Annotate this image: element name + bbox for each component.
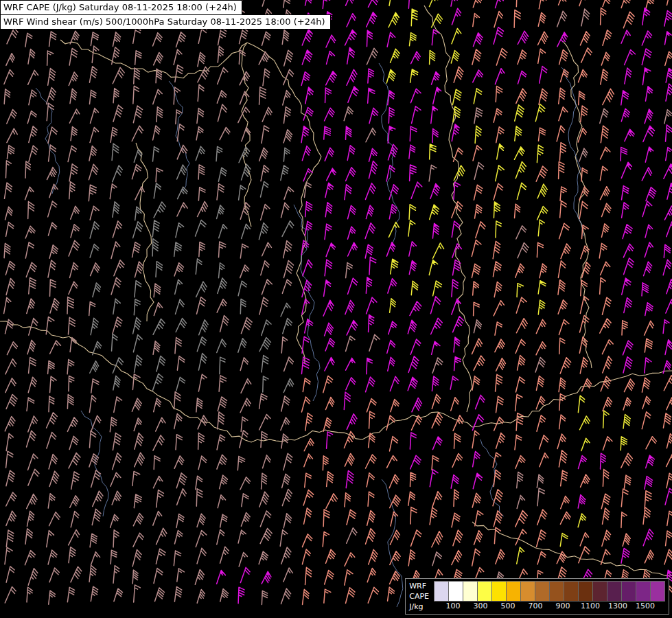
cape-color-cell <box>564 581 579 602</box>
cape-color-cell <box>491 581 507 602</box>
cape-color-cell <box>621 581 636 602</box>
cape-tick-label: 300 <box>467 601 494 611</box>
cape-color-cell <box>592 581 607 602</box>
cape-tick-label: 1300 <box>604 601 632 611</box>
cape-color-cell <box>549 581 564 602</box>
cape-color-cell <box>535 581 550 602</box>
cape-color-cell <box>434 581 449 602</box>
cape-title-line: WRF CAPE (J/kg) Saturday 08-11-2025 18:0… <box>0 0 242 15</box>
cape-legend: WRF CAPE J/kg 10030050070090011001300150… <box>405 578 669 615</box>
cape-tick-label: 1100 <box>577 601 604 611</box>
windshear-title-line: WRF Wind shear (m/s) 500/1000hPa Saturda… <box>0 14 331 30</box>
cape-color-cell <box>607 581 622 602</box>
legend-field-label: CAPE <box>409 591 429 602</box>
wrf-weather-map: WRF CAPE (J/kg) Saturday 08-11-2025 18:0… <box>0 0 672 618</box>
cape-color-cell <box>520 581 535 602</box>
legend-model-label: WRF <box>409 581 429 591</box>
cape-tick-label: 1500 <box>632 601 659 611</box>
cape-tick-label: 100 <box>439 601 467 611</box>
cape-tick-label: 500 <box>494 601 522 611</box>
cape-tick-labels: 100300500700900110013001500 <box>439 601 665 611</box>
cape-colorbar <box>434 581 665 600</box>
cape-color-cell <box>477 581 492 602</box>
wind-barb-field-canvas <box>0 0 672 618</box>
cape-tick-label: 900 <box>549 601 577 611</box>
cape-color-cell <box>506 581 521 602</box>
map-title-overlay: WRF CAPE (J/kg) Saturday 08-11-2025 18:0… <box>0 0 331 30</box>
cape-color-cell <box>650 581 665 602</box>
legend-scale: 100300500700900110013001500 <box>434 581 665 611</box>
cape-tick-label: 700 <box>522 601 549 611</box>
cape-color-cell <box>448 581 463 602</box>
cape-color-cell <box>636 581 651 602</box>
legend-unit-label: J/kg <box>409 602 429 612</box>
cape-color-cell <box>578 581 593 602</box>
legend-labels: WRF CAPE J/kg <box>409 581 429 612</box>
cape-color-cell <box>463 581 478 602</box>
